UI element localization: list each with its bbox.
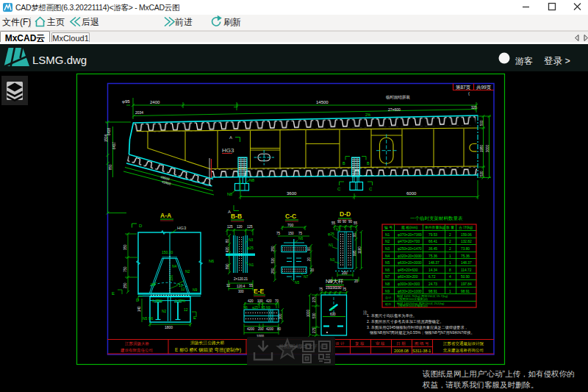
svg-text:150.20: 150.20 xyxy=(162,250,173,254)
svg-text:20: 20 xyxy=(307,257,311,261)
svg-text:N7: N7 xyxy=(385,275,390,279)
svg-text:共99页: 共99页 xyxy=(476,85,492,90)
svg-text:200: 200 xyxy=(258,327,264,331)
svg-text:B: B xyxy=(343,161,345,165)
svg-text:φ630×20×1000: φ630×20×1000 xyxy=(398,290,422,293)
svg-text:300: 300 xyxy=(238,290,244,293)
svg-text:C: C xyxy=(337,187,341,191)
svg-text:1.35%: 1.35% xyxy=(152,299,163,303)
svg-text:75: 75 xyxy=(343,288,347,291)
svg-text:钢板N8用N7周转规定为0.55%；钢板N8与N7用N9和N: 钢板N8用N7周转规定为0.55%；钢板N8与N7用N9和N7焊接。 xyxy=(370,330,475,335)
svg-text:6000: 6000 xyxy=(406,191,417,196)
svg-text:锻件: 锻件 xyxy=(384,302,392,306)
svg-text:27×600: 27×600 xyxy=(388,107,401,112)
svg-text:N2: N2 xyxy=(336,227,341,232)
svg-text:图 纸 号: 图 纸 号 xyxy=(415,341,429,346)
svg-text:36.45: 36.45 xyxy=(429,247,437,251)
svg-text:3. 本图采用Q345钢板制作时焊缝质量应满足二级焊缝要求，: 3. 本图采用Q345钢板制作时焊缝质量应满足二级焊缝要求， xyxy=(367,325,468,330)
svg-text:530: 530 xyxy=(312,313,316,318)
svg-text:E 标G 桥K 钢箱梁 弯扭(梁制作): E 标G 桥K 钢箱梁 弯扭(梁制作) xyxy=(175,347,241,353)
svg-text:150: 150 xyxy=(288,232,294,235)
svg-text:55: 55 xyxy=(331,221,336,225)
svg-text:N5: N5 xyxy=(143,316,148,321)
svg-text:建设有限责任公司: 建设有限责任公司 xyxy=(120,348,153,353)
svg-text:D: D xyxy=(139,224,143,228)
svg-text:75: 75 xyxy=(319,288,323,291)
svg-text:140: 140 xyxy=(137,306,141,312)
svg-text:1980: 1980 xyxy=(480,144,484,152)
svg-text:420: 420 xyxy=(266,299,272,303)
svg-text:275: 275 xyxy=(312,327,316,333)
svg-text:850: 850 xyxy=(109,164,112,170)
svg-text:420: 420 xyxy=(226,246,229,252)
svg-text:80: 80 xyxy=(226,238,229,243)
svg-text:90: 90 xyxy=(343,220,347,224)
svg-text:北京建达道桥咨询公司: 北京建达道桥咨询公司 xyxy=(442,348,484,353)
svg-text:N9: N9 xyxy=(385,290,390,293)
svg-text:2: 2 xyxy=(449,233,451,237)
svg-text:1000: 1000 xyxy=(306,309,310,317)
svg-text:4: 4 xyxy=(449,275,451,279)
svg-text:数 量: 数 量 xyxy=(446,226,454,229)
svg-text:73.80: 73.80 xyxy=(461,247,470,251)
svg-text:90: 90 xyxy=(307,246,311,251)
svg-text:114.72: 114.72 xyxy=(461,268,472,272)
svg-text:润扬长江公路大桥: 润扬长江公路大桥 xyxy=(190,341,225,346)
svg-text:A: A xyxy=(229,135,232,140)
svg-text:HG3: HG3 xyxy=(222,147,234,154)
svg-text:120.4: 120.4 xyxy=(237,285,245,288)
svg-text:700: 700 xyxy=(287,223,294,227)
svg-text:φ60×30×200: φ60×30×200 xyxy=(398,275,418,279)
svg-text:420: 420 xyxy=(248,299,254,303)
svg-text:1: 1 xyxy=(449,290,451,293)
svg-text:A-A: A-A xyxy=(160,212,171,219)
svg-text:20: 20 xyxy=(354,279,359,283)
svg-text:55: 55 xyxy=(354,221,358,225)
svg-text:8: 8 xyxy=(449,282,451,286)
svg-text:50.90: 50.90 xyxy=(461,275,470,279)
svg-text:1.35%: 1.35% xyxy=(175,299,186,303)
svg-text:φ45×20×630: φ45×20×630 xyxy=(398,268,418,272)
svg-text:E-E: E-E xyxy=(254,288,265,295)
svg-text:100: 100 xyxy=(257,299,263,303)
svg-text:N5: N5 xyxy=(385,261,390,265)
svg-text:N9大样: N9大样 xyxy=(326,278,344,285)
svg-text:φ250×20×1470: φ250×20×1470 xyxy=(398,247,422,251)
svg-text:B: B xyxy=(367,161,370,165)
svg-text:C: C xyxy=(369,187,373,191)
svg-text:148.37: 148.37 xyxy=(429,261,440,265)
svg-text:{: { xyxy=(468,91,470,96)
svg-text:75.36: 75.36 xyxy=(429,254,437,258)
svg-text:φ25: φ25 xyxy=(252,306,258,310)
svg-text:90: 90 xyxy=(353,232,356,237)
svg-text:80: 80 xyxy=(277,327,282,331)
svg-text:N6: N6 xyxy=(298,236,304,240)
svg-text:第87页: 第87页 xyxy=(456,85,471,90)
svg-text:120: 120 xyxy=(237,225,243,229)
svg-text:520: 520 xyxy=(271,257,275,263)
svg-text:125: 125 xyxy=(227,225,233,229)
svg-text:4200: 4200 xyxy=(247,327,255,331)
svg-text:(按周转100次核算)(4): (按周转100次核算)(4) xyxy=(398,304,429,307)
svg-text:审 核: 审 核 xyxy=(376,341,385,346)
svg-text:2. 本图所示尺寸参考具体加工情况调整确定。: 2. 本图所示尺寸参考具体加工情况调整确定。 xyxy=(367,319,443,324)
svg-text:S311-38-1: S311-38-1 xyxy=(412,349,431,353)
svg-text:14500: 14500 xyxy=(316,100,329,104)
svg-text:N8: N8 xyxy=(249,178,254,182)
svg-text:单件质量(kg): 单件质量(kg) xyxy=(424,225,445,229)
svg-text:φ470×20×700: φ470×20×700 xyxy=(398,240,420,243)
svg-text:6.72: 6.72 xyxy=(429,275,436,279)
svg-text:500: 500 xyxy=(480,120,484,126)
svg-text:2%: 2% xyxy=(365,113,371,117)
svg-text:2008.08: 2008.08 xyxy=(394,349,409,353)
svg-text:159.06: 159.06 xyxy=(461,233,472,237)
svg-text:φ630×20×3000: φ630×20×3000 xyxy=(398,261,422,265)
svg-text:N5: N5 xyxy=(295,280,300,285)
svg-text:编 号: 编 号 xyxy=(384,226,392,229)
svg-text:N6: N6 xyxy=(243,306,248,310)
svg-text:N3: N3 xyxy=(330,257,335,262)
svg-text:125: 125 xyxy=(247,225,253,229)
svg-text:N6: N6 xyxy=(209,259,214,263)
svg-text:890: 890 xyxy=(226,263,229,269)
svg-text:6437: 6437 xyxy=(112,141,116,149)
